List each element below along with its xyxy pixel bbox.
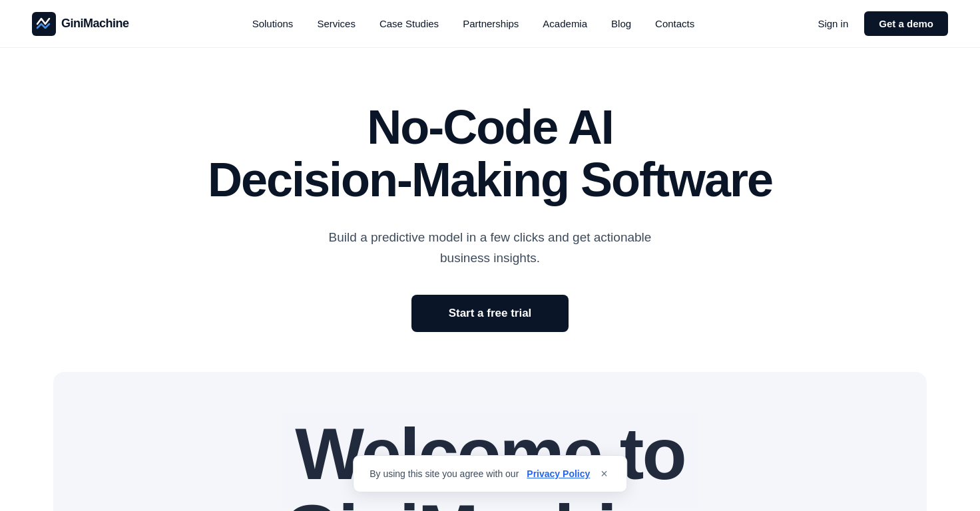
- hero-title: No-Code AI Decision-Making Software: [190, 101, 790, 206]
- nav-item-case-studies[interactable]: Case Studies: [379, 18, 439, 30]
- hero-title-line1: No-Code AI: [367, 100, 612, 154]
- nav-item-services[interactable]: Services: [317, 18, 356, 30]
- hero-section: No-Code AI Decision-Making Software Buil…: [0, 48, 980, 372]
- sign-in-button[interactable]: Sign in: [818, 18, 848, 29]
- hero-subtitle: Build a predictive model in a few clicks…: [317, 228, 663, 268]
- preview-line2: GiniMachine: [284, 492, 697, 511]
- logo-icon: [32, 12, 56, 36]
- nav-link-blog[interactable]: Blog: [611, 18, 631, 29]
- nav-link-contacts[interactable]: Contacts: [655, 18, 694, 29]
- navbar: GiniMachine Solutions Services Case Stud…: [0, 0, 980, 48]
- hero-subtitle-line1: Build a predictive model in a few clicks…: [329, 230, 652, 244]
- free-trial-button[interactable]: Start a free trial: [411, 295, 569, 332]
- get-demo-button[interactable]: Get a demo: [864, 11, 948, 36]
- nav-item-solutions[interactable]: Solutions: [252, 18, 294, 30]
- nav-item-partnerships[interactable]: Partnerships: [463, 18, 519, 30]
- logo-text: GiniMachine: [61, 17, 129, 31]
- logo[interactable]: GiniMachine: [32, 12, 129, 36]
- nav-links: Solutions Services Case Studies Partners…: [252, 18, 695, 30]
- svg-rect-0: [32, 12, 56, 36]
- nav-link-case-studies[interactable]: Case Studies: [379, 18, 439, 29]
- cookie-text: By using this site you agree with our: [369, 468, 519, 479]
- hero-title-line2: Decision-Making Software: [208, 153, 772, 206]
- nav-actions: Sign in Get a demo: [818, 11, 948, 36]
- nav-link-partnerships[interactable]: Partnerships: [463, 18, 519, 29]
- nav-item-blog[interactable]: Blog: [611, 18, 631, 30]
- hero-subtitle-line2: business insights.: [440, 251, 540, 265]
- nav-link-services[interactable]: Services: [317, 18, 356, 29]
- nav-item-academia[interactable]: Academia: [543, 18, 587, 30]
- cookie-banner: By using this site you agree with our Pr…: [353, 455, 627, 492]
- cookie-close-button[interactable]: ×: [598, 466, 611, 481]
- nav-link-solutions[interactable]: Solutions: [252, 18, 294, 29]
- nav-item-contacts[interactable]: Contacts: [655, 18, 694, 30]
- nav-link-academia[interactable]: Academia: [543, 18, 587, 29]
- privacy-policy-link[interactable]: Privacy Policy: [527, 468, 590, 479]
